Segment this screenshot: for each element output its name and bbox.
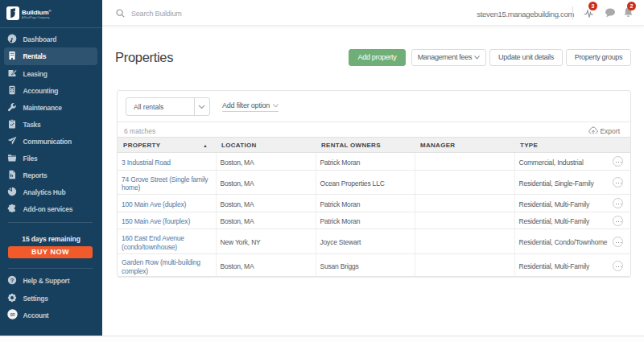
svg-text:SR: SR: [10, 313, 16, 317]
svg-text:?: ?: [10, 277, 14, 284]
